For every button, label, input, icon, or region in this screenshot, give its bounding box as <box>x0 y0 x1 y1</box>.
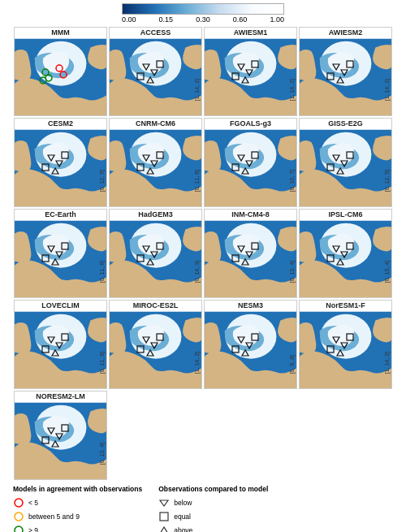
map-label-awiesm1: [1, 14, 2] <box>289 79 295 101</box>
maps-grid: MMMACCESS[1, 14, 2]AWIESM1[1, 14, 2]AWIE… <box>5 27 401 480</box>
map-label-loveclim: [0, 11, 6] <box>99 352 105 374</box>
map-cell-noresm2-lm: NORESM2-LM[0, 13, 4] <box>14 391 107 480</box>
circle-orange-icon <box>13 511 24 522</box>
map-label-ec-earth: [0, 11, 6] <box>99 261 105 283</box>
map-cell-awiesm2: AWIESM2[1, 14, 2] <box>299 27 392 116</box>
map-label-cesm2: [0, 12, 5] <box>99 170 105 192</box>
svg-point-138 <box>15 526 23 532</box>
legend-item-equal: equal <box>158 511 268 522</box>
legend-item-above: above <box>158 525 268 532</box>
map-label-giss-e2g: [0, 12, 5] <box>384 170 390 192</box>
map-cell-nesm3: NESM3[0, 9, 8] <box>204 300 297 389</box>
map-cell-giss-e2g: GISS-E2G[0, 12, 5] <box>299 118 392 207</box>
map-cell-noresm1-f: NorESM1-F[1, 14, 2] <box>299 300 392 389</box>
map-title-giss-e2g: GISS-E2G <box>300 119 391 128</box>
legend-models: Models in agreement with observations < … <box>13 485 142 532</box>
legend-item-below: below <box>158 497 268 508</box>
map-label-hadgem3: [0, 14, 3] <box>194 261 200 283</box>
circle-red-icon <box>13 497 24 508</box>
colorbar-label-3: 0.60 <box>233 15 248 24</box>
map-label-awiesm2: [1, 14, 2] <box>384 79 390 101</box>
legend-item-5to9: between 5 and 9 <box>13 511 142 522</box>
colorbar-label-4: 1.00 <box>270 15 284 24</box>
main-container: 0.00 0.15 0.30 0.60 1.00 MMMACCESS[1, 14… <box>0 0 406 532</box>
map-label-fgoals-g3: [0, 10, 7] <box>289 170 295 192</box>
map-title-nesm3: NESM3 <box>205 301 296 309</box>
svg-point-137 <box>15 513 23 521</box>
colorbar <box>122 3 284 15</box>
map-cell-access: ACCESS[1, 14, 2] <box>109 27 202 116</box>
square-icon <box>158 511 170 522</box>
map-cell-awiesm1: AWIESM1[1, 14, 2] <box>204 27 297 116</box>
map-cell-hadgem3: HadGEM3[0, 14, 3] <box>109 209 202 298</box>
triangle-up-icon <box>158 525 170 532</box>
legend-label-lt5: < 5 <box>28 499 38 507</box>
legend-item-gt9: > 9 <box>13 525 142 532</box>
svg-rect-140 <box>160 513 168 521</box>
colorbar-labels: 0.00 0.15 0.30 0.60 1.00 <box>122 15 284 24</box>
legend-obs: Observations compared to model below equ… <box>158 485 268 532</box>
map-title-fgoals-g3: FGOALS-g3 <box>205 119 296 128</box>
legend-models-title: Models in agreement with observations <box>13 485 142 493</box>
legend-label-5to9: between 5 and 9 <box>28 513 80 521</box>
colorbar-container: 0.00 0.15 0.30 0.60 1.00 <box>5 3 401 24</box>
map-title-noresm2-lm: NORESM2-LM <box>15 392 106 400</box>
circle-green-icon <box>13 525 24 532</box>
map-title-mmm: MMM <box>15 28 106 37</box>
map-title-ec-earth: EC-Earth <box>15 210 106 218</box>
legend-label-above: above <box>174 526 192 532</box>
map-label-nesm3: [0, 9, 8] <box>289 355 295 374</box>
legend-item-lt5: < 5 <box>13 497 142 508</box>
map-cell-ipsl-cm6: IPSL-CM6[0, 13, 4] <box>299 209 392 298</box>
svg-marker-141 <box>160 527 168 532</box>
map-label-noresm1-f: [1, 14, 2] <box>384 352 390 374</box>
map-title-miroc-es2l: MIROC-ES2L <box>110 301 201 309</box>
map-title-awiesm2: AWIESM2 <box>300 28 391 37</box>
map-cell-miroc-es2l: MIROC-ES2L[1, 14, 2] <box>109 300 202 389</box>
map-title-cesm2: CESM2 <box>15 119 106 128</box>
map-title-inm-cm4-8: INM-CM4-8 <box>205 210 296 218</box>
svg-marker-139 <box>160 500 168 506</box>
map-cell-cnrm-cm6: CNRM-CM6[0, 11, 6] <box>109 118 202 207</box>
map-cell-cesm2: CESM2[0, 12, 5] <box>14 118 107 207</box>
map-label-noresm2-lm: [0, 13, 4] <box>99 443 105 465</box>
map-title-loveclim: LOVECLIM <box>15 301 106 309</box>
legend-area: Models in agreement with observations < … <box>5 483 401 532</box>
triangle-down-icon <box>158 497 170 508</box>
map-label-access: [1, 14, 2] <box>194 79 200 101</box>
svg-point-136 <box>15 499 23 507</box>
map-title-access: ACCESS <box>110 28 201 37</box>
map-cell-fgoals-g3: FGOALS-g3[0, 10, 7] <box>204 118 297 207</box>
map-label-miroc-es2l: [1, 14, 2] <box>194 352 200 374</box>
map-cell-mmm: MMM <box>14 27 107 116</box>
map-title-hadgem3: HadGEM3 <box>110 210 201 218</box>
colorbar-label-0: 0.00 <box>122 15 136 24</box>
map-label-ipsl-cm6: [0, 13, 4] <box>384 261 390 283</box>
map-title-noresm1-f: NorESM1-F <box>300 301 391 309</box>
legend-label-below: below <box>174 499 192 507</box>
map-cell-ec-earth: EC-Earth[0, 11, 6] <box>14 209 107 298</box>
colorbar-label-1: 0.15 <box>159 15 174 24</box>
colorbar-label-2: 0.30 <box>196 15 210 24</box>
map-label-cnrm-cm6: [0, 11, 6] <box>194 170 200 192</box>
map-title-cnrm-cm6: CNRM-CM6 <box>110 119 201 128</box>
legend-label-gt9: > 9 <box>28 526 38 532</box>
map-title-ipsl-cm6: IPSL-CM6 <box>300 210 391 218</box>
map-cell-loveclim: LOVECLIM[0, 11, 6] <box>14 300 107 389</box>
map-label-inm-cm4-8: [0, 13, 4] <box>289 261 295 283</box>
legend-label-equal: equal <box>174 513 191 521</box>
map-cell-inm-cm4-8: INM-CM4-8[0, 13, 4] <box>204 209 297 298</box>
legend-obs-title: Observations compared to model <box>158 485 268 493</box>
map-title-awiesm1: AWIESM1 <box>205 28 296 37</box>
